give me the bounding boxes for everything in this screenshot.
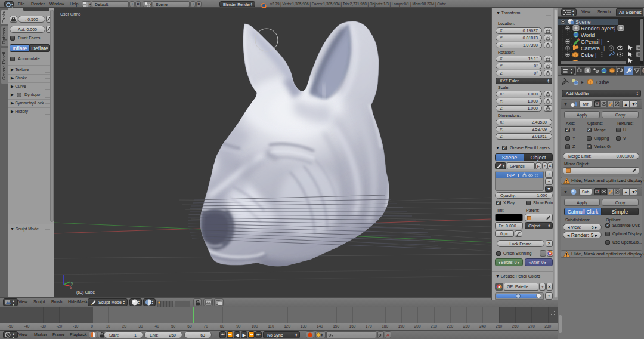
svg-text:▼: ▼ xyxy=(12,303,15,306)
svg-text:y: y xyxy=(71,281,73,286)
svg-text:RenderLayers: RenderLayers xyxy=(581,26,615,32)
svg-text:GPencil: GPencil xyxy=(581,39,600,45)
svg-text:|: | xyxy=(601,39,602,45)
svg-text:▼: ▼ xyxy=(572,13,575,16)
svg-text:Cube: Cube xyxy=(596,79,609,85)
svg-text:|: | xyxy=(614,26,615,32)
svg-text:Camera: Camera xyxy=(581,45,600,51)
svg-text:▼: ▼ xyxy=(570,71,573,75)
svg-text:|: | xyxy=(595,52,596,58)
svg-text:▲: ▲ xyxy=(150,2,151,5)
svg-text:x: x xyxy=(70,286,72,290)
svg-text:Cube: Cube xyxy=(581,52,594,58)
svg-text:▼: ▼ xyxy=(12,335,15,339)
svg-text:|: | xyxy=(603,45,605,51)
svg-text:World: World xyxy=(581,32,595,38)
svg-text:▸: ▸ xyxy=(581,79,584,85)
svg-text:Scene: Scene xyxy=(575,19,591,25)
svg-text:▲: ▲ xyxy=(89,2,91,5)
